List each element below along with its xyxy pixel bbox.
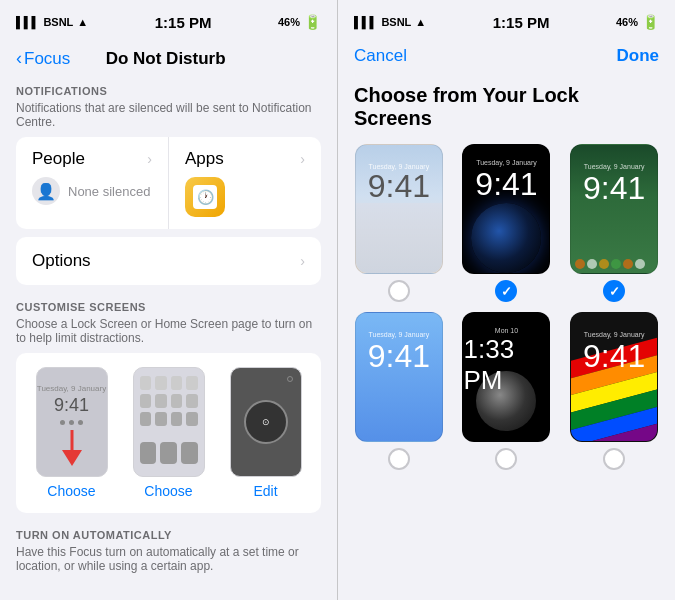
back-button[interactable]: ‹ Focus: [16, 48, 70, 69]
turn-on-section: TURN ON AUTOMATICALLY Have this Focus tu…: [0, 521, 337, 581]
cancel-button[interactable]: Cancel: [354, 46, 407, 66]
ls-date-2: Tuesday, 9 January: [476, 159, 537, 166]
ls-time-1: 9:41: [368, 170, 430, 202]
signal-icon-right: ▌▌▌: [354, 16, 377, 28]
b5: [623, 259, 633, 269]
lock-screen-moon[interactable]: Mon 10 1:33 PM: [458, 312, 556, 470]
people-apps-row: People › 👤 None silenced Apps › 🕐: [16, 137, 321, 229]
home-icon8: [186, 394, 198, 408]
home-icon10: [155, 412, 167, 426]
apps-cell[interactable]: Apps › 🕐: [169, 137, 321, 229]
customise-section-desc: Choose a Lock Screen or Home Screen page…: [0, 317, 337, 353]
signal-icon: ▌▌▌: [16, 16, 39, 28]
choose1-button[interactable]: Choose: [47, 483, 95, 499]
battery-icon: 🔋: [304, 14, 321, 30]
left-panel: ▌▌▌ BSNL ▲ 1:15 PM 46% 🔋 ‹ Focus Do Not …: [0, 0, 337, 600]
radio-1[interactable]: [388, 280, 410, 302]
home-icon4: [186, 376, 198, 390]
dot2: [69, 420, 74, 425]
bubble-overlay: [571, 255, 657, 273]
ls-date-5: Mon 10: [495, 327, 518, 334]
people-chevron-icon: ›: [147, 151, 152, 167]
back-chevron-icon: ‹: [16, 48, 22, 69]
lock-preview-rainbow: Tuesday, 9 January 9:41: [570, 312, 658, 442]
home-icon5: [140, 394, 152, 408]
back-label[interactable]: Focus: [24, 49, 70, 69]
home-icon6: [155, 394, 167, 408]
lock-screen-earth[interactable]: Tuesday, 9 January 9:41 ✓: [458, 144, 556, 302]
carrier-name-right: BSNL: [381, 16, 411, 28]
watch-screen-preview: ⊙: [230, 367, 302, 477]
cloud-layer: [356, 203, 442, 273]
lock-screen-blue[interactable]: Tuesday, 9 January 9:41: [350, 312, 448, 470]
apps-chevron-icon: ›: [300, 151, 305, 167]
home-screen-preview: [133, 367, 205, 477]
home-icon11: [171, 412, 183, 426]
home-dock: [140, 442, 198, 464]
home-icon9: [140, 412, 152, 426]
apps-label: Apps: [185, 149, 224, 169]
dock-icon1: [140, 442, 157, 464]
lock-screen-clownfish[interactable]: Tuesday, 9 January 9:41 ✓: [565, 144, 663, 302]
radio-2[interactable]: ✓: [495, 280, 517, 302]
dot3: [78, 420, 83, 425]
watch-face: ⊙: [244, 400, 288, 444]
home-row1: [140, 376, 198, 390]
options-row[interactable]: Options ›: [16, 237, 321, 285]
dot1: [60, 420, 65, 425]
lock-preview-earth: Tuesday, 9 January 9:41: [462, 144, 550, 274]
wifi-icon: ▲: [77, 16, 88, 28]
radio-3[interactable]: ✓: [603, 280, 625, 302]
home-icon2: [155, 376, 167, 390]
ls-time-2: 9:41: [475, 166, 537, 203]
turn-on-label: TURN ON AUTOMATICALLY: [0, 521, 337, 545]
choose2-button[interactable]: Choose: [144, 483, 192, 499]
lock-preview-moon: Mon 10 1:33 PM: [462, 312, 550, 442]
people-label: People: [32, 149, 85, 169]
ls-time-3: 9:41: [583, 170, 645, 207]
turn-on-desc: Have this Focus turn on automatically at…: [0, 545, 337, 581]
options-card[interactable]: Options ›: [16, 237, 321, 285]
status-bar-right: ▌▌▌ BSNL ▲ 1:15 PM 46% 🔋: [338, 0, 675, 44]
battery-icon-right: 🔋: [642, 14, 659, 30]
customise-section-label: CUSTOMISE SCREENS: [0, 293, 337, 317]
checkmark-icon-3: ✓: [609, 284, 620, 299]
ls-time-4: 9:41: [368, 338, 430, 375]
battery-percent: 46%: [278, 16, 300, 28]
watch-crown: [287, 376, 293, 382]
lock-screen-clouds[interactable]: Tuesday, 9 January 9:41: [350, 144, 448, 302]
status-left: ▌▌▌ BSNL ▲: [16, 16, 88, 28]
radio-5[interactable]: [495, 448, 517, 470]
people-apps-card: People › 👤 None silenced Apps › 🕐: [16, 137, 321, 229]
done-button[interactable]: Done: [617, 46, 660, 66]
people-cell-title: People ›: [32, 149, 152, 169]
wifi-icon-right: ▲: [415, 16, 426, 28]
home-icon12: [186, 412, 198, 426]
clock-icon: 🕐: [193, 185, 217, 209]
home-icon3: [171, 376, 183, 390]
person-icon: 👤: [36, 182, 56, 201]
status-time-right: 1:15 PM: [493, 14, 550, 31]
radio-6[interactable]: [603, 448, 625, 470]
status-left-right: ▌▌▌ BSNL ▲: [354, 16, 426, 28]
b2: [587, 259, 597, 269]
status-right-right: 46% 🔋: [616, 14, 659, 30]
edit-button[interactable]: Edit: [253, 483, 277, 499]
right-title: Choose from Your Lock Screens: [338, 76, 675, 144]
people-cell[interactable]: People › 👤 None silenced: [16, 137, 169, 229]
dock-icon2: [160, 442, 177, 464]
radio-4[interactable]: [388, 448, 410, 470]
checkmark-icon-2: ✓: [501, 284, 512, 299]
status-time-left: 1:15 PM: [155, 14, 212, 31]
home-row2: [140, 394, 198, 408]
home-icon1: [140, 376, 152, 390]
lock-preview-clownfish: Tuesday, 9 January 9:41: [570, 144, 658, 274]
home-icon7: [171, 394, 183, 408]
lock-screen-item: Tuesday, 9 January 9:41 Choose: [28, 367, 115, 499]
lock-preview-blue: Tuesday, 9 January 9:41: [355, 312, 443, 442]
lock-preview-clouds: Tuesday, 9 January 9:41: [355, 144, 443, 274]
right-panel: ▌▌▌ BSNL ▲ 1:15 PM 46% 🔋 Cancel Done Cho…: [337, 0, 675, 600]
right-nav: Cancel Done: [338, 44, 675, 76]
lock-screen-date-mini: Tuesday, 9 January: [37, 384, 106, 393]
lock-screen-rainbow[interactable]: Tuesday, 9 January 9:41: [565, 312, 663, 470]
